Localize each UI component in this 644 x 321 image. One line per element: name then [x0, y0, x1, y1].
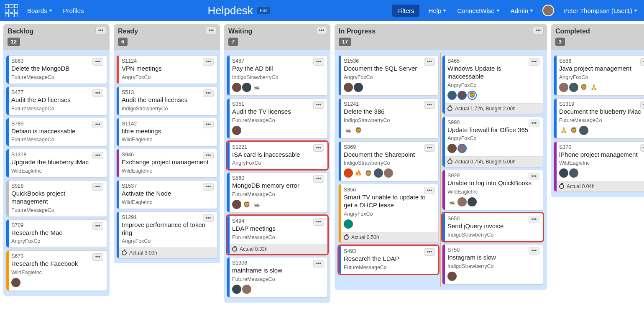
assignee-avatar[interactable] [232, 126, 241, 135]
nav-connectwise[interactable]: ConnectWise [455, 5, 501, 17]
card-menu-button[interactable]: ••• [424, 187, 435, 194]
ticket-card[interactable]: •••S863Delete the MongoDBFutureMessageCo [6, 55, 107, 84]
ticket-card[interactable]: •••S351Audit the TV licensesFutureMessag… [227, 98, 328, 139]
assignee-avatar[interactable] [579, 126, 588, 135]
ticket-card[interactable]: •••S494LDAP meetingsFutureMessageCoActua… [227, 215, 328, 255]
assignee-avatar[interactable] [457, 144, 467, 153]
assignee-avatar[interactable]: 🦁 [468, 91, 477, 100]
card-menu-button[interactable]: ••• [313, 144, 324, 152]
assignee-avatar[interactable] [447, 272, 457, 281]
card-menu-button[interactable]: ••• [424, 248, 435, 256]
card-menu-button[interactable]: ••• [424, 58, 435, 66]
card-menu-button[interactable]: ••• [529, 173, 539, 180]
card-menu-button[interactable]: ••• [203, 152, 214, 159]
ticket-card[interactable]: •••S586Java project managementAngryFoxCo… [554, 55, 644, 96]
ticket-card[interactable]: •••S946Exchange project managementWildEa… [116, 149, 217, 178]
card-menu-button[interactable]: ••• [92, 58, 103, 66]
card-menu-button[interactable]: ••• [92, 121, 103, 128]
assignee-avatar[interactable]: 🦗 [344, 126, 353, 135]
ticket-card[interactable]: •••S869Document the SharepointIndigoStra… [338, 141, 439, 182]
assignee-avatar[interactable]: 🔥 [354, 168, 363, 178]
ticket-card[interactable]: •••S990Update firewall for Office 365Ang… [442, 117, 543, 168]
ticket-card[interactable]: •••S477Audit the AD licensesFutureMessag… [6, 87, 107, 115]
nav-boards[interactable]: Boards [26, 5, 54, 17]
card-menu-button[interactable]: ••• [313, 58, 324, 66]
assignee-avatar[interactable] [11, 278, 20, 287]
nav-help[interactable]: Help [427, 5, 448, 17]
nav-profiles[interactable]: Profiles [61, 5, 86, 17]
ticket-card[interactable]: •••S750Instagram is slowIndigoStrawberry… [442, 244, 543, 285]
assignee-avatar[interactable] [354, 83, 363, 92]
ticket-card[interactable]: •••S650Send jQuery invoiceIndigoStrawber… [442, 213, 543, 242]
ticket-card[interactable]: •••S860MongoDB memory errorFutureMessage… [227, 172, 328, 213]
card-menu-button[interactable]: ••• [313, 260, 324, 268]
ticket-card[interactable]: •••S1318Upgrade the blueberry iMacWildEa… [6, 149, 107, 178]
column-menu-button[interactable]: ••• [533, 27, 544, 34]
column-menu-button[interactable]: ••• [95, 27, 106, 34]
ticket-card[interactable]: •••S1537Activate the NodeWildEagleInc [116, 180, 217, 209]
card-menu-button[interactable]: ••• [529, 58, 539, 66]
ticket-card[interactable]: •••S1308mainframe is slowFutureMessageCo [227, 257, 328, 298]
filters-button[interactable]: Filters [392, 5, 419, 17]
ticket-card[interactable]: •••S673Research the FacebookWildEagleInc [6, 250, 107, 291]
assignee-avatar[interactable]: 🙏 [589, 83, 598, 92]
assignee-avatar[interactable] [559, 83, 568, 92]
ticket-card[interactable]: •••S1124VPN meetingsAngryFoxCo [116, 55, 217, 84]
ticket-card[interactable]: •••S356Smart TV unable to update to get … [338, 184, 439, 243]
assignee-avatar[interactable]: 🙏 [559, 126, 568, 135]
edit-board-button[interactable]: Edit [257, 7, 270, 14]
card-menu-button[interactable]: ••• [313, 218, 324, 226]
assignee-avatar[interactable]: 🦁 [569, 126, 578, 135]
assignee-avatar[interactable] [569, 168, 578, 178]
assignee-avatar[interactable]: 🦁 [579, 83, 588, 92]
ticket-card[interactable]: •••S493Research the LDAPFutureMessageCo [338, 245, 439, 274]
card-menu-button[interactable]: ••• [92, 253, 103, 261]
card-menu-button[interactable]: ••• [529, 216, 539, 223]
card-menu-button[interactable]: ••• [92, 222, 103, 230]
assignee-avatar[interactable]: 🦁 [364, 168, 373, 178]
card-menu-button[interactable]: ••• [92, 183, 103, 191]
assignee-avatar[interactable] [457, 197, 467, 206]
card-menu-button[interactable]: ••• [424, 101, 435, 109]
card-menu-button[interactable]: ••• [203, 89, 214, 97]
card-menu-button[interactable]: ••• [203, 214, 214, 222]
assignee-avatar[interactable] [344, 83, 353, 92]
assignee-avatar[interactable]: 🦁 [354, 126, 363, 135]
card-menu-button[interactable]: ••• [313, 101, 324, 109]
assignee-avatar[interactable] [232, 83, 241, 92]
ticket-card[interactable]: •••S1291Improve performance of token rin… [116, 211, 217, 259]
assignee-avatar[interactable] [344, 168, 353, 178]
user-avatar[interactable] [542, 5, 554, 16]
nav-user[interactable]: Peter Thompson (User1) [562, 5, 639, 17]
ticket-card[interactable]: •••S928QuickBooks project managementFutu… [6, 180, 107, 217]
assignee-avatar[interactable] [447, 144, 457, 153]
assignee-avatar[interactable] [242, 83, 251, 92]
ticket-card[interactable]: •••S370iPhone project managementWildEagl… [554, 141, 644, 192]
column-menu-button[interactable]: ••• [316, 27, 327, 34]
assignee-avatar[interactable] [569, 83, 578, 92]
card-menu-button[interactable]: ••• [203, 183, 214, 191]
card-menu-button[interactable]: ••• [640, 144, 644, 152]
assignee-avatar[interactable] [374, 168, 383, 178]
card-menu-button[interactable]: ••• [203, 121, 214, 128]
card-menu-button[interactable]: ••• [313, 175, 324, 183]
ticket-card[interactable]: •••S929Unable to log into QuickBooksWild… [442, 170, 543, 210]
assignee-avatar[interactable] [457, 91, 467, 100]
card-menu-button[interactable]: ••• [92, 89, 103, 97]
card-menu-button[interactable]: ••• [203, 58, 214, 66]
assignee-avatar[interactable] [384, 168, 393, 178]
assignee-avatar[interactable] [232, 285, 241, 294]
card-menu-button[interactable]: ••• [640, 58, 644, 66]
assignee-avatar[interactable] [447, 91, 457, 100]
ticket-card[interactable]: •••S1536Document the SQL ServerAngryFoxC… [338, 55, 439, 96]
ticket-card[interactable]: •••S1142fibre meetingsWildEagleInc [116, 118, 217, 147]
assignee-avatar[interactable]: 🦗 [447, 197, 457, 206]
card-menu-button[interactable]: ••• [424, 144, 435, 152]
column-menu-button[interactable]: ••• [206, 27, 217, 34]
card-menu-button[interactable]: ••• [529, 120, 539, 127]
card-menu-button[interactable]: ••• [529, 247, 539, 255]
assignee-avatar[interactable] [242, 285, 251, 294]
ticket-card[interactable]: •••S1221ISA card is inaccessableAngryFox… [227, 141, 328, 170]
assignee-avatar[interactable] [468, 197, 477, 206]
ticket-card[interactable]: •••S487Pay the AD billIndigoStrawberryCo… [227, 55, 328, 96]
